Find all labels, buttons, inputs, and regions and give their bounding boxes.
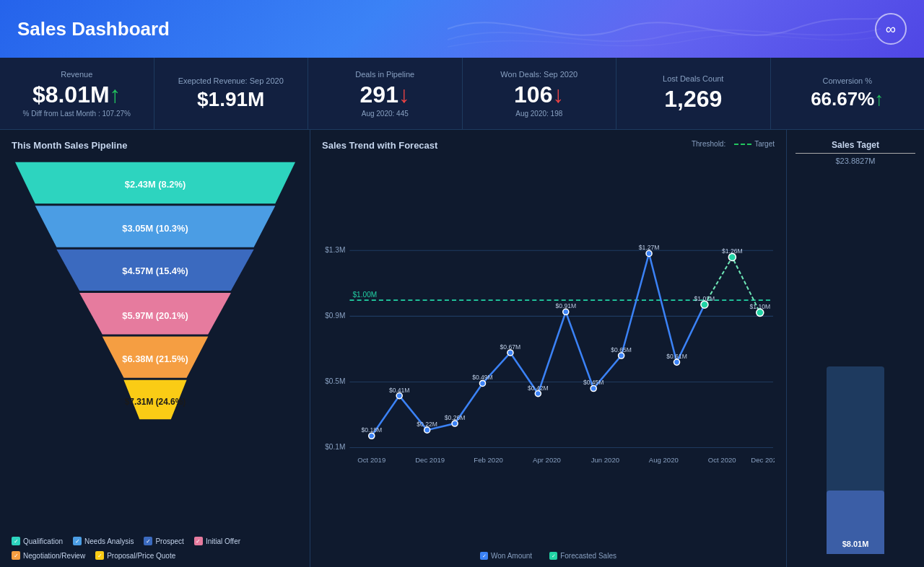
- chart-header: Sales Trend with Forecast Threshold: Tar…: [322, 140, 775, 158]
- chart-area: $1.3M $0.9M $0.5M $0.1M $1.00M Oct 2019 …: [322, 164, 775, 549]
- svg-text:$1.26M: $1.26M: [722, 247, 743, 255]
- svg-text:$0.49M: $0.49M: [472, 374, 493, 381]
- svg-text:$1.10M: $1.10M: [749, 303, 770, 310]
- header: Sales Dashboard ∞: [0, 0, 924, 58]
- kpi-conversion-value: 66.67%↑: [784, 88, 912, 110]
- kpi-conversion-label: Conversion %: [784, 76, 912, 85]
- bar-background: $8.01M: [827, 366, 884, 554]
- funnel-label-6: $7.31M (24.6%): [124, 397, 186, 407]
- svg-text:$1.27M: $1.27M: [639, 244, 660, 251]
- svg-text:Oct 2019: Oct 2019: [357, 456, 385, 464]
- svg-point-28: [674, 359, 679, 365]
- legend-dot-qualification: ✓: [12, 537, 20, 545]
- sales-target-title: Sales Taget: [796, 140, 915, 150]
- funnel-label-2: $3.05M (10.3%): [122, 223, 188, 234]
- funnel-title: This Month Sales Pipeline: [12, 140, 298, 151]
- legend-dot-proposal: ✓: [95, 551, 104, 560]
- svg-text:$0.42M: $0.42M: [528, 384, 549, 392]
- svg-text:$0.45M: $0.45M: [583, 379, 604, 386]
- kpi-expected-revenue: Exepcted Revenue: Sep 2020 $1.91M: [154, 58, 309, 129]
- legend-proposal: ✓ Proposal/Price Quote: [95, 551, 175, 560]
- svg-text:Dec 2019: Dec 2019: [415, 456, 445, 464]
- svg-text:$0.91M: $0.91M: [555, 302, 576, 309]
- main-content: This Month Sales Pipeline $2.43M (8.2%) …: [0, 130, 924, 567]
- svg-text:$1.02M: $1.02M: [694, 295, 715, 302]
- kpi-won-deals: Won Deals: Sep 2020 106↓ Aug 2020: 198: [463, 58, 617, 129]
- funnel-label-3: $4.57M (15.4%): [122, 265, 188, 276]
- svg-point-24: [563, 309, 569, 315]
- svg-text:$0.22M: $0.22M: [417, 421, 437, 428]
- svg-text:Feb 2020: Feb 2020: [474, 456, 503, 464]
- svg-text:Jun 2020: Jun 2020: [591, 456, 619, 464]
- svg-point-23: [535, 391, 541, 397]
- svg-point-19: [424, 427, 430, 433]
- svg-text:$0.9M: $0.9M: [325, 312, 345, 320]
- svg-point-18: [396, 393, 402, 399]
- bar-current-value: $8.01M: [827, 540, 884, 548]
- legend-won-icon: ✓: [480, 552, 488, 560]
- target-value: $23.8827M: [796, 157, 915, 165]
- legend-qualification: ✓ Qualification: [12, 537, 63, 545]
- kpi-deals-pipeline: Deals in Pipeline 291↓ Aug 2020: 445: [308, 58, 463, 129]
- svg-text:Oct 2020: Oct 2020: [708, 456, 736, 464]
- svg-point-27: [646, 250, 652, 256]
- legend-dot-needs: ✓: [73, 537, 82, 545]
- legend-dot-negotiation: ✓: [12, 551, 20, 560]
- threshold-icon: [734, 144, 751, 145]
- line-chart-svg: $1.3M $0.9M $0.5M $0.1M $1.00M Oct 2019 …: [322, 164, 775, 549]
- svg-text:$0.1M: $0.1M: [325, 443, 345, 451]
- svg-point-25: [590, 385, 596, 391]
- svg-point-20: [452, 421, 458, 426]
- svg-text:$0.26M: $0.26M: [445, 414, 466, 421]
- threshold-legend: Threshold: Target: [692, 140, 775, 148]
- kpi-deals-sub: Aug 2020: 445: [321, 110, 449, 118]
- kpi-revenue: Revenue $8.01M↑ % Diff from Last Month :…: [0, 58, 154, 129]
- svg-text:Aug 2020: Aug 2020: [649, 456, 679, 464]
- svg-text:$1.3M: $1.3M: [325, 246, 345, 254]
- won-amount-line: [372, 253, 705, 436]
- kpi-lost-label: Lost Deals Count: [629, 74, 757, 83]
- kpi-won-sub: Aug 2020: 198: [476, 110, 603, 118]
- svg-text:Apr 2020: Apr 2020: [533, 456, 561, 464]
- svg-text:$1.00M: $1.00M: [352, 291, 377, 299]
- funnel-label-1: $2.43M (8.2%): [124, 179, 185, 190]
- kpi-revenue-label: Revenue: [13, 70, 141, 79]
- trend-panel: Sales Trend with Forecast Threshold: Tar…: [310, 130, 787, 567]
- page-title: Sales Dashboard: [17, 18, 170, 40]
- svg-text:$0.61M: $0.61M: [666, 353, 687, 360]
- point-0: [369, 433, 375, 439]
- legend-initial-offer: ✓ Initial Offer: [194, 537, 240, 545]
- bar-wrapper: $8.01M: [796, 366, 915, 554]
- svg-point-26: [619, 353, 624, 359]
- bar-chart: $8.01M: [796, 171, 915, 560]
- svg-point-21: [479, 380, 485, 386]
- funnel-chart: $2.43M (8.2%) $3.05M (10.3%) $4.57M (15.…: [12, 158, 298, 527]
- svg-text:$0.5M: $0.5M: [325, 377, 345, 385]
- bar-fill: $8.01M: [827, 491, 884, 554]
- kpi-lost-value: 1,269: [629, 86, 757, 113]
- svg-text:Dec 2020: Dec 2020: [751, 456, 775, 464]
- svg-text:$0.18M: $0.18M: [361, 426, 382, 434]
- svg-point-22: [507, 350, 513, 356]
- legend-prospect: ✓ Prospect: [144, 537, 183, 545]
- sales-target-panel: Sales Taget $23.8827M $8.01M: [787, 130, 924, 567]
- legend-dot-initial: ✓: [194, 537, 203, 545]
- funnel-panel: This Month Sales Pipeline $2.43M (8.2%) …: [0, 130, 310, 567]
- kpi-expected-label: Exepcted Revenue: Sep 2020: [167, 76, 295, 85]
- kpi-won-label: Won Deals: Sep 2020: [476, 70, 603, 79]
- funnel-legend: ✓ Qualification ✓ Needs Analysis ✓ Prosp…: [12, 532, 298, 560]
- funnel-svg: $2.43M (8.2%) $3.05M (10.3%) $4.57M (15.…: [12, 161, 298, 428]
- kpi-deals-value: 291↓: [321, 82, 449, 108]
- chart-legend: ✓ Won Amount ✓ Forecasted Sales: [322, 552, 775, 560]
- legend-needs-analysis: ✓ Needs Analysis: [73, 537, 134, 545]
- kpi-lost-deals: Lost Deals Count 1,269: [616, 58, 771, 129]
- kpi-deals-label: Deals in Pipeline: [321, 70, 449, 79]
- logo-icon: ∞: [875, 13, 907, 45]
- svg-text:$0.65M: $0.65M: [611, 346, 632, 353]
- legend-negotiation: ✓ Negotiation/Review: [12, 551, 85, 560]
- kpi-row: Revenue $8.01M↑ % Diff from Last Month :…: [0, 58, 924, 130]
- kpi-conversion: Conversion % 66.67%↑: [771, 58, 925, 129]
- kpi-revenue-sub: % Diff from Last Month : 107.27%: [13, 110, 141, 118]
- kpi-expected-value: $1.91M: [167, 88, 295, 111]
- svg-text:$0.67M: $0.67M: [500, 343, 521, 351]
